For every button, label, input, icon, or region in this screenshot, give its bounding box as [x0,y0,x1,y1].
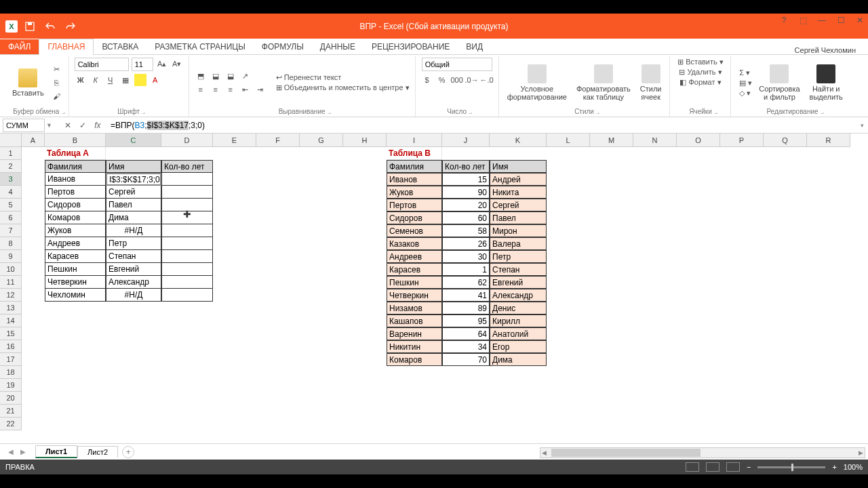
cell-C5[interactable]: Павел [106,199,161,211]
align-center-icon[interactable]: ≡ [210,83,222,96]
cell-K8[interactable]: Валера [490,237,547,250]
cell-K12[interactable]: Александр [490,289,547,302]
cell-styles-button[interactable]: Стили ячеек [637,63,665,102]
border-icon[interactable]: ▦ [119,74,132,86]
cell-B10[interactable]: Пешкин [45,263,106,276]
cell-I13[interactable]: Низамов [387,302,442,314]
cell-I17[interactable]: Комаров [387,353,442,366]
cell-J9[interactable]: 30 [442,250,490,263]
row-header-10[interactable]: 10 [0,263,22,276]
zoom-out-icon[interactable]: − [747,463,751,471]
cell-D10[interactable] [161,263,213,276]
inc-decimal-icon[interactable]: .0→ [466,74,478,86]
cell-K3[interactable]: Андрей [490,173,547,186]
row-header-15[interactable]: 15 [0,327,22,340]
sort-filter-button[interactable]: Сортировка и фильтр [756,63,802,102]
cell-B6[interactable]: Комаров [45,211,106,224]
cell-K16[interactable]: Егор [490,340,547,353]
row-header-12[interactable]: 12 [0,289,22,302]
tab-data[interactable]: ДАННЫЕ [312,39,363,54]
cell-K7[interactable]: Мирон [490,224,547,237]
cell-C10[interactable]: Евгений [106,263,161,276]
cut-icon[interactable]: ✂ [51,63,63,75]
col-header-D[interactable]: D [161,134,213,147]
row-header-8[interactable]: 8 [0,237,22,250]
col-header-G[interactable]: G [300,134,343,147]
row-header-17[interactable]: 17 [0,353,22,366]
col-header-N[interactable]: N [633,134,677,147]
name-box-dropdown-icon[interactable]: ▼ [46,122,52,129]
cell-I10[interactable]: Карасев [387,263,442,276]
format-painter-icon[interactable]: 🖌 [51,90,63,102]
minimize-icon[interactable]: — [815,15,829,26]
cell-I8[interactable]: Казаков [387,237,442,250]
col-header-C[interactable]: C [106,134,161,147]
maximize-icon[interactable]: ☐ [834,15,848,26]
cell-J7[interactable]: 58 [442,224,490,237]
cell-K4[interactable]: Никита [490,186,547,199]
cell-D3[interactable] [161,173,213,186]
cell-D7[interactable] [161,224,213,237]
cell-J14[interactable]: 95 [442,314,490,327]
col-header-Q[interactable]: Q [764,134,807,147]
merge-center-button[interactable]: ⊞ Объединить и поместить в центре ▾ [276,83,410,92]
cell-J6[interactable]: 60 [442,211,490,224]
cell-I12[interactable]: Четверкин [387,289,442,302]
bold-button[interactable]: Ж [75,74,87,86]
cell-B12[interactable]: Чехломин [45,289,106,302]
align-right-icon[interactable]: ≡ [224,83,237,96]
format-as-table-button[interactable]: Форматировать как таблицу [574,63,633,102]
row-header-19[interactable]: 19 [0,379,22,392]
italic-button[interactable]: К [90,74,102,86]
cell-I1[interactable]: Таблица В [387,147,442,160]
cell-J4[interactable]: 90 [442,186,490,199]
cell-C11[interactable]: Александр [106,276,161,289]
wrap-text-button[interactable]: ↩ Перенести текст [276,73,410,82]
sheet-tab-1[interactable]: Лист1 [35,445,77,458]
tab-review[interactable]: РЕЦЕНЗИРОВАНИЕ [363,39,458,54]
redo-icon[interactable] [65,21,76,32]
cell-K17[interactable]: Дима [490,353,547,366]
cell-I9[interactable]: Андреев [387,250,442,263]
number-format-combo[interactable]: Общий [422,58,492,71]
formula-input[interactable]: =ВПР(B3;$I$3:$K$17;3;0) [108,119,861,132]
cell-C9[interactable]: Степан [106,250,161,263]
zoom-slider[interactable] [757,466,825,468]
sheet-add-button[interactable]: + [122,446,134,458]
undo-icon[interactable] [45,21,56,32]
cell-B3[interactable]: Иванов [45,173,106,186]
find-select-button[interactable]: Найти и выделить [807,63,846,102]
cell-B8[interactable]: Андреев [45,237,106,250]
row-header-21[interactable]: 21 [0,405,22,418]
conditional-formatting-button[interactable]: Условное форматирование [505,63,570,102]
sheet-nav-first-icon[interactable]: ◀ [5,448,16,455]
col-header-B[interactable]: B [45,134,106,147]
cell-D8[interactable] [161,237,213,250]
tab-file[interactable]: ФАЙЛ [0,39,39,54]
cell-K2[interactable]: Имя [490,160,547,173]
cell-J16[interactable]: 34 [442,340,490,353]
font-color-icon[interactable]: A [149,74,161,86]
cell-D6[interactable] [161,211,213,224]
cell-C2[interactable]: Имя [106,160,161,173]
col-header-L[interactable]: L [547,134,590,147]
align-top-icon[interactable]: ⬒ [195,70,207,82]
cell-J17[interactable]: 70 [442,353,490,366]
col-header-E[interactable]: E [213,134,256,147]
row-header-4[interactable]: 4 [0,186,22,199]
paste-button[interactable]: Вставить [9,67,47,98]
cell-J12[interactable]: 41 [442,289,490,302]
view-page-break-icon[interactable] [726,462,740,472]
underline-button[interactable]: Ч [104,74,117,86]
copy-icon[interactable]: ⎘ [51,77,63,89]
cell-K14[interactable]: Кирилл [490,314,547,327]
row-header-2[interactable]: 2 [0,160,22,173]
fx-icon[interactable]: fx [90,119,105,132]
col-header-R[interactable]: R [807,134,850,147]
cell-I7[interactable]: Семенов [387,224,442,237]
align-bottom-icon[interactable]: ⬓ [224,70,237,82]
row-header-16[interactable]: 16 [0,340,22,353]
col-header-J[interactable]: J [442,134,490,147]
cell-K9[interactable]: Петр [490,250,547,263]
comma-icon[interactable]: 000 [451,74,463,86]
